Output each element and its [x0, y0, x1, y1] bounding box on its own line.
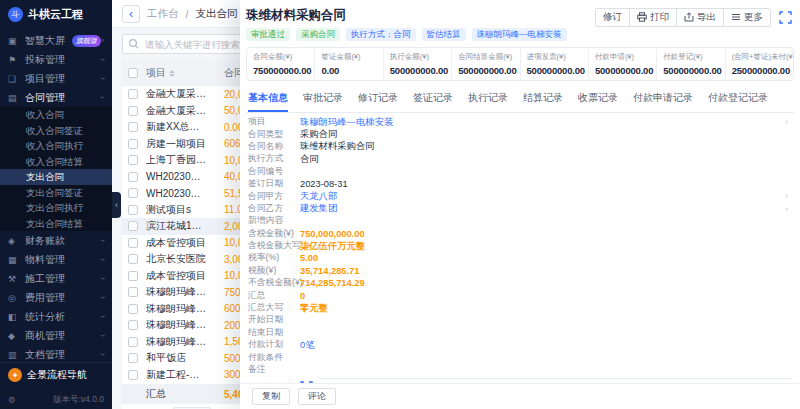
- field-value[interactable]: 建发集团: [300, 202, 337, 215]
- comment-button[interactable]: 评论: [298, 388, 336, 405]
- tab-结算记录[interactable]: 结算记录: [523, 88, 563, 112]
- tab-审批记录[interactable]: 审批记录: [303, 88, 343, 112]
- stat-item: 付款申请(¥)500000000.00: [588, 48, 656, 80]
- row-checkbox[interactable]: [128, 287, 138, 297]
- row-checkbox[interactable]: [128, 139, 138, 149]
- sidebar-item-construction[interactable]: ⚒施工管理›: [0, 269, 112, 288]
- copy-button[interactable]: 复制: [252, 388, 290, 405]
- field-row: 付款条件: [248, 351, 792, 363]
- sidebar-item-panorama[interactable]: ✦ 全景流程导航: [0, 362, 112, 387]
- row-checkbox[interactable]: [128, 89, 138, 99]
- sidebar-collapse-handle[interactable]: ‹: [112, 192, 121, 218]
- print-button[interactable]: 打印: [629, 8, 677, 27]
- row-checkbox[interactable]: [128, 254, 138, 264]
- sidebar-subitem[interactable]: 收入合同: [0, 107, 112, 123]
- sidebar-item-finance[interactable]: ◈财务账款›: [0, 231, 112, 250]
- field-row: 税率(%)5.00: [248, 252, 792, 264]
- stat-item: (合同+签证)未付(¥)250000000.00: [725, 48, 793, 80]
- field-value[interactable]: 天龙八部: [300, 190, 337, 203]
- fullscreen-icon[interactable]: [779, 11, 792, 24]
- sidebar-item-label: 费用管理: [25, 291, 101, 305]
- row-checkbox[interactable]: [128, 188, 138, 198]
- sidebar-item-material[interactable]: ▦物料管理›: [0, 250, 112, 269]
- sidebar-subitem[interactable]: 收入合同签证: [0, 123, 112, 139]
- sidebar-item-expense[interactable]: ◎费用管理›: [0, 288, 112, 307]
- field-value: 714,285,714.29: [300, 278, 365, 288]
- sidebar-subitem[interactable]: 收入合同执行: [0, 138, 112, 154]
- field-label: 合同名称: [248, 141, 300, 153]
- toolbar-button-label: 更多: [744, 11, 763, 24]
- row-checkbox[interactable]: [128, 353, 138, 363]
- field-value: 750,000,000.00: [300, 229, 365, 239]
- sidebar-item-stats[interactable]: ◧统计分析›: [0, 307, 112, 326]
- stat-item: 合同结算金额(¥)500000000.00: [451, 48, 519, 80]
- row-checkbox[interactable]: [128, 122, 138, 132]
- sidebar-item-label: 合同管理: [25, 91, 101, 105]
- construction-icon: ⚒: [8, 274, 21, 284]
- row-checkbox[interactable]: [128, 155, 138, 165]
- row-checkbox[interactable]: [128, 221, 138, 231]
- field-row: 汇总0: [248, 289, 792, 301]
- sidebar-subitem[interactable]: 支出合同结算: [0, 216, 112, 232]
- row-checkbox[interactable]: [128, 271, 138, 281]
- row-project-name: 滨江花城10期项目-...: [146, 219, 206, 233]
- field-label: 不含税金额(¥): [248, 277, 300, 289]
- stat-value: 500000000.00: [595, 65, 650, 76]
- sidebar-subitem[interactable]: 支出合同: [0, 169, 112, 185]
- stat-label: 进项发票(¥): [527, 52, 582, 62]
- tab-收票记录[interactable]: 收票记录: [578, 88, 618, 112]
- tab-执行记录[interactable]: 执行记录: [468, 88, 508, 112]
- row-checkbox[interactable]: [128, 304, 138, 314]
- column-header-project-label: 项目: [146, 66, 166, 80]
- chevron-down-icon: ›: [98, 58, 107, 61]
- sidebar-subitem[interactable]: 支出合同执行: [0, 200, 112, 216]
- sidebar-item-business[interactable]: ◆商机管理›: [0, 326, 112, 345]
- row-checkbox[interactable]: [128, 106, 138, 116]
- breadcrumb-root[interactable]: 工作台: [147, 7, 179, 21]
- field-value: 2023-08-31: [300, 179, 348, 189]
- field-label: 合同类型: [248, 129, 300, 141]
- row-checkbox[interactable]: [128, 205, 138, 215]
- field-label: 项目: [248, 116, 300, 128]
- row-checkbox[interactable]: [128, 172, 138, 182]
- row-checkbox[interactable]: [128, 370, 138, 380]
- sidebar-item-contract[interactable]: ▤合同管理›: [0, 88, 112, 107]
- field-value[interactable]: 0笔: [300, 339, 314, 352]
- more-button[interactable]: 更多: [723, 8, 771, 27]
- field-row: 付款计划0笔: [248, 339, 792, 351]
- row-checkbox[interactable]: [128, 320, 138, 330]
- field-row: 含税金额(¥)750,000,000.00: [248, 228, 792, 240]
- tab-付款登记记录[interactable]: 付款登记记录: [708, 88, 768, 112]
- row-checkbox[interactable]: [128, 337, 138, 347]
- back-button[interactable]: ‹: [122, 5, 140, 23]
- tab-付款申请记录[interactable]: 付款申请记录: [633, 88, 693, 112]
- sidebar-item-project[interactable]: ❏项目管理›: [0, 69, 112, 88]
- sidebar-item-smart-screen[interactable]: ▣智慧大屏旗舰版›: [0, 31, 112, 50]
- material-icon: ▦: [8, 255, 21, 265]
- sidebar-submenu-contract: 收入合同收入合同签证收入合同执行收入合同结算支出合同支出合同签证支出合同执行支出…: [0, 107, 112, 231]
- row-project-name: 上海丁香园2期改...: [146, 153, 206, 167]
- column-header-project[interactable]: 项目: [146, 66, 206, 80]
- revise-button[interactable]: 修订: [595, 8, 630, 27]
- tab-基本信息[interactable]: 基本信息: [248, 88, 288, 112]
- field-value[interactable]: 珠穆朗玛峰—电梯安装: [300, 116, 393, 129]
- sidebar-item-label: 文档管理: [25, 348, 101, 362]
- search-icon: [128, 38, 140, 52]
- detail-toolbar: 修订打印导出更多: [596, 8, 792, 27]
- sort-icon[interactable]: [169, 70, 175, 77]
- stat-label: 合同金额(¥): [253, 52, 308, 62]
- tab-签证记录[interactable]: 签证记录: [413, 88, 453, 112]
- sidebar-subitem[interactable]: 收入合同结算: [0, 154, 112, 170]
- finance-icon: ◈: [8, 236, 21, 246]
- row-checkbox[interactable]: [128, 238, 138, 248]
- gear-icon[interactable]: ⚙: [8, 395, 16, 405]
- tab-修订记录[interactable]: 修订记录: [358, 88, 398, 112]
- select-all-checkbox[interactable]: [128, 68, 138, 78]
- status-tag: 审批通过: [246, 28, 290, 41]
- sidebar-subitem[interactable]: 支出合同签证: [0, 185, 112, 201]
- app-logo: 斗 斗栱云工程: [0, 0, 112, 28]
- edition-badge: 旗舰版: [72, 35, 101, 47]
- sidebar-item-bidding[interactable]: ⚑投标管理›: [0, 50, 112, 69]
- export-button[interactable]: 导出: [676, 8, 724, 27]
- detail-footer: 复制评论: [240, 383, 800, 409]
